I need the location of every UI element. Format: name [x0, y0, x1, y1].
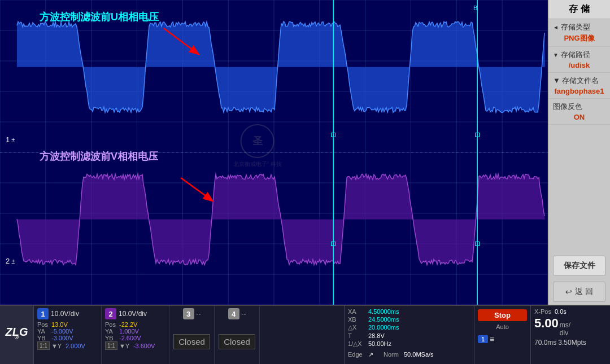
arrow1: [147, 17, 215, 62]
ch1-yb-value: -3.000V: [51, 335, 73, 341]
zlg-logo: ZLG ®: [6, 326, 28, 345]
ch1-y-value: 2.000V: [66, 343, 85, 349]
ch2-y-row: 1:1 ▼Y -3.600V: [105, 341, 165, 350]
ch3-scale: --: [197, 310, 201, 318]
save-file-button[interactable]: 保存文件: [553, 256, 605, 276]
ch2-yb-value: -2.600V: [119, 335, 141, 341]
ch-indicator-1: 1: [478, 335, 488, 343]
ch1-label: 1 ±: [6, 135, 15, 144]
ch3-header: 3 --: [183, 308, 201, 319]
t-label: T: [348, 332, 364, 339]
norm-value: 50.0MSa/s: [404, 351, 434, 358]
ch1-y-label: ▼Y: [51, 343, 64, 349]
ch4-scale: --: [242, 310, 246, 318]
ch1-pos-row: Pos 13.0V: [37, 321, 98, 328]
xa-value: 4.50000ms: [368, 308, 399, 315]
storage-type-arrow: ◄: [553, 24, 559, 30]
ch1-pos-label: Pos: [37, 321, 50, 328]
ch1-y-row: 1:1 ▼Y 2.000V: [37, 341, 98, 350]
inv-value: 50.00Hz: [368, 340, 391, 348]
ch1-header: 1 10.0V/div: [37, 308, 98, 319]
ch3-number: 3: [183, 308, 194, 319]
ch2-ya-value: 1.000V: [119, 328, 139, 335]
t-row: T 28.8V: [348, 332, 470, 339]
cursor-marker-2b: [475, 242, 480, 246]
deltax-label: △X: [348, 324, 364, 331]
zlg-logo-area: ZLG ®: [0, 306, 34, 364]
ch1-ya-row: YA -5.000V: [37, 328, 98, 335]
ch2-pos-value: -22.2V: [119, 321, 137, 328]
ch2-pos-label: Pos: [105, 321, 117, 328]
measurements-panel: XA 4.50000ms XB 24.5000ms △X 20.0000ms T…: [345, 306, 474, 364]
storage-filename-header: ▼ 存储文件名: [553, 76, 605, 86]
channel-4-col: 4 -- Closed: [215, 306, 260, 364]
ch2-ya-label: YA: [105, 328, 117, 335]
xpos-label: X-Pos: [534, 308, 551, 315]
ch3-closed-container: Closed: [173, 321, 210, 362]
ch-indicator-2: ≡: [490, 335, 494, 344]
ch4-closed-container: Closed: [219, 321, 255, 362]
storage-type-row[interactable]: ◄ 存储类型 PNG图像: [548, 19, 610, 47]
ch1-annotation: 方波控制滤波前U相相电压: [40, 10, 159, 24]
cursor-b-label: B: [473, 5, 477, 11]
storage-path-row[interactable]: ▼ 存储路径 /udisk: [548, 47, 610, 73]
storage-filename-row[interactable]: ▼ 存储文件名 fangbophase1: [548, 73, 610, 99]
image-invert-header: 图像反色: [553, 102, 605, 112]
time-unit-ms: ms/: [560, 321, 570, 329]
xpos-value: 0.0s: [555, 308, 567, 315]
image-invert-value: ON: [553, 113, 605, 121]
watermark-logo: 圣: [241, 124, 274, 158]
panel-title: 存 储: [548, 0, 610, 19]
t-value: 28.8V: [368, 332, 385, 339]
right-panel: 存 储 ◄ 存储类型 PNG图像 ▼ 存储路径 /udisk ▼ 存储文件名 f…: [548, 0, 610, 305]
svg-line-3: [181, 178, 212, 200]
time-sub-row: 70.0ms 3.50Mpts: [534, 339, 607, 347]
xa-row: XA 4.50000ms: [348, 308, 470, 315]
ch2-ratio: 1:1: [105, 341, 117, 350]
storage-filename-label: ▼ 存储文件名: [553, 76, 599, 86]
arrow2: [164, 166, 232, 212]
cursor-marker-1b: [475, 133, 480, 137]
ch1-ya-value: -5.000V: [51, 328, 73, 335]
deltax-value: 20.0000ms: [368, 324, 399, 331]
scope-screen: 方波控制滤波前U相相电压 方波控制滤波前V相相电压 1 ±: [0, 0, 548, 305]
edge-row: Edge ↗ Norm 50.0MSa/s: [348, 351, 470, 358]
bottom-bar: ZLG ® 1 10.0V/div Pos 13.0V YA -5.000V Y…: [0, 305, 610, 364]
ch-indicator-row: 1 ≡: [478, 335, 527, 344]
ch1-pos-value: 13.0V: [51, 321, 68, 328]
svg-line-1: [164, 28, 198, 54]
norm-label: Norm: [384, 351, 399, 358]
xpos-row: X-Pos 0.0s: [534, 308, 607, 315]
return-button[interactable]: ↩ 返 回: [553, 282, 605, 302]
ch1-yb-label: YB: [37, 335, 50, 341]
xb-label: XB: [348, 316, 364, 323]
time-sub-label: 70.0ms: [534, 339, 556, 347]
ch2-y-label: ▼Y: [119, 343, 132, 349]
storage-type-label: 存储类型: [561, 22, 590, 32]
image-invert-row[interactable]: 图像反色 ON: [548, 99, 610, 125]
ch2-yb-label: YB: [105, 335, 117, 341]
stop-button[interactable]: Stop: [478, 309, 527, 321]
edge-value: ↗: [368, 351, 373, 358]
ch4-closed-label: Closed: [219, 334, 255, 349]
ch1-number: 1: [37, 308, 49, 319]
ch2-header: 2 10.0V/div: [105, 308, 165, 319]
cursor-marker-1a: [331, 133, 336, 137]
auto-label: Auto: [478, 323, 527, 330]
cursor-marker-2a: [331, 242, 336, 246]
logo-r: ®: [15, 334, 19, 340]
ch2-number: 2: [105, 308, 116, 319]
return-label: 返 回: [575, 287, 593, 297]
cursor-xb-line: [477, 0, 478, 305]
cursor-xa-line: [333, 0, 334, 305]
channel-3-col: 3 -- Closed: [169, 306, 215, 364]
ch3-closed-label: Closed: [173, 334, 210, 349]
ch2-pos-row: Pos -22.2V: [105, 321, 165, 328]
channels-bar: 1 10.0V/div Pos 13.0V YA -5.000V YB -3.0…: [34, 306, 345, 364]
watermark-text: 北京衡戒电子° 科技: [233, 160, 282, 168]
trigger-section: Stop Auto 1 ≡: [474, 306, 531, 364]
inv-row: 1/△X 50.00Hz: [348, 340, 470, 348]
inv-label: 1/△X: [348, 340, 364, 348]
time-sub2-label: 3.50Mpts: [558, 339, 586, 347]
deltax-row: △X 20.0000ms: [348, 324, 470, 331]
